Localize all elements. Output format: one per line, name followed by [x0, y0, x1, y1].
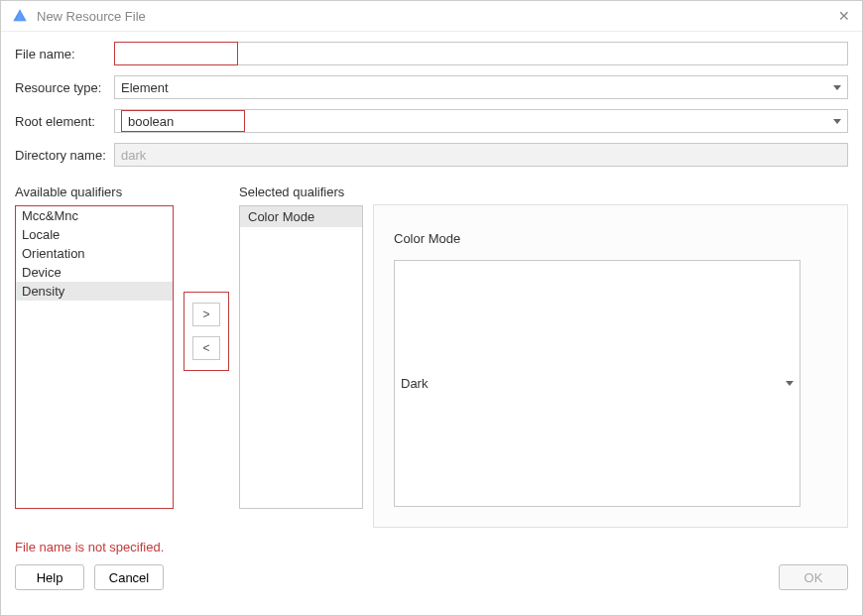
titlebar: New Resource File ✕: [1, 1, 862, 32]
directory-name-input: [114, 143, 848, 167]
resource-type-label: Resource type:: [15, 80, 114, 95]
file-name-input-extended[interactable]: [238, 42, 848, 65]
app-icon: [11, 7, 29, 25]
list-item[interactable]: Device: [16, 263, 173, 282]
resource-type-combo[interactable]: Element: [114, 75, 848, 99]
error-message: File name is not specified.: [1, 528, 862, 554]
resource-type-value: Element: [121, 80, 169, 95]
list-item[interactable]: Density: [16, 282, 173, 301]
file-name-input[interactable]: [114, 42, 238, 65]
list-item[interactable]: Mcc&Mnc: [16, 206, 173, 225]
details-value: Dark: [401, 376, 428, 391]
selected-qualifiers-header: Selected qualifiers: [239, 185, 363, 199]
cancel-button[interactable]: Cancel: [94, 564, 164, 590]
list-item[interactable]: Orientation: [16, 244, 173, 263]
resource-type-row: Resource type: Element: [15, 75, 848, 99]
close-icon[interactable]: ✕: [836, 8, 852, 24]
root-element-row: Root element: boolean: [15, 109, 848, 133]
chevron-down-icon: [833, 85, 841, 90]
window-title: New Resource File: [37, 9, 836, 24]
help-button[interactable]: Help: [15, 564, 84, 590]
transfer-buttons-column: > <: [184, 185, 229, 528]
root-element-value: boolean: [121, 110, 245, 132]
directory-name-label: Directory name:: [15, 148, 114, 163]
file-name-row: File name:: [15, 42, 848, 65]
root-element-combo[interactable]: boolean: [114, 109, 848, 133]
file-name-label: File name:: [15, 47, 114, 62]
qualifiers-area: Available qualifiers Mcc&MncLocaleOrient…: [1, 185, 862, 528]
details-label: Color Mode: [394, 231, 827, 246]
root-element-label: Root element:: [15, 114, 114, 129]
qualifier-details-panel: Color Mode Dark: [373, 204, 848, 528]
list-item[interactable]: Locale: [16, 225, 173, 244]
selected-qualifiers-list[interactable]: Color Mode: [239, 205, 363, 509]
details-value-combo[interactable]: Dark: [394, 260, 801, 507]
form-area: File name: Resource type: Element Root e…: [1, 32, 862, 167]
move-right-button[interactable]: >: [192, 303, 220, 326]
available-qualifiers-column: Available qualifiers Mcc&MncLocaleOrient…: [15, 185, 174, 528]
ok-button[interactable]: OK: [779, 564, 848, 590]
move-left-button[interactable]: <: [192, 336, 220, 360]
directory-name-row: Directory name:: [15, 143, 848, 167]
chevron-down-icon: [833, 119, 841, 124]
available-qualifiers-list[interactable]: Mcc&MncLocaleOrientationDeviceDensity: [15, 205, 174, 509]
chevron-down-icon: [786, 381, 794, 386]
list-item[interactable]: Color Mode: [240, 206, 362, 227]
footer: Help Cancel OK: [1, 554, 862, 604]
selected-qualifiers-column: Selected qualifiers Color Mode: [239, 185, 363, 528]
transfer-buttons-box: > <: [184, 292, 229, 371]
available-qualifiers-header: Available qualifiers: [15, 185, 174, 199]
